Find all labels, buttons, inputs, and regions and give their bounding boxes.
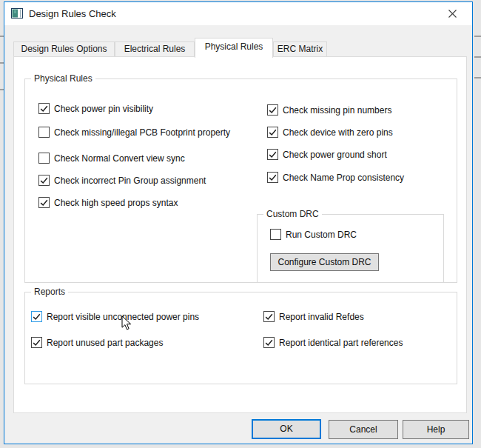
background-line [474,56,481,58]
checkbox-box [31,311,42,322]
checkbox-box [267,104,278,116]
help-button[interactable]: Help [403,420,469,439]
checkbox-box [38,175,50,186]
checkbox-run-custom-drc[interactable]: Run Custom DRC [270,229,357,241]
checkbox-box [38,127,50,138]
checkbox-check-normal-convert-view-sync[interactable]: Check Normal Convert view sync [38,153,185,164]
ok-button[interactable]: OK [252,419,321,439]
checkbox-label: Check missing pin numbers [283,104,391,116]
checkbox-report-unused-part-packages[interactable]: Report unused part packages [31,337,163,349]
checkbox-label: Run Custom DRC [286,229,357,241]
app-icon [11,8,23,19]
reports-group-label: Reports [31,287,68,298]
mouse-cursor [121,315,132,331]
checkbox-check-missing-illegal-pcb-footprint[interactable]: Check missing/illegal PCB Footprint prop… [38,127,230,138]
checkbox-report-identical-part-references[interactable]: Report identical part references [263,337,403,349]
checkbox-label: Report unused part packages [47,337,163,349]
cancel-button[interactable]: Cancel [329,420,398,439]
checkbox-box [38,197,50,208]
checkbox-box [267,149,278,160]
tab-erc-matrix[interactable]: ERC Matrix [273,41,327,57]
checkbox-label: Check Normal Convert view sync [54,153,185,164]
checkbox-label: Check device with zero pins [283,127,393,138]
background-line [474,36,481,37]
checkbox-box [267,127,278,138]
physical-rules-tab-page: Physical Rules Check power pin visibilit… [13,56,467,413]
titlebar: Design Rules Check [4,2,472,25]
checkbox-check-power-ground-short[interactable]: Check power ground short [267,149,387,161]
close-button[interactable] [440,2,465,25]
window-title: Design Rules Check [29,2,116,25]
checkbox-label: Check missing/illegal PCB Footprint prop… [54,127,230,138]
checkbox-label: Check incorrect Pin Group assignment [54,175,206,187]
checkbox-check-incorrect-pin-group-assignment[interactable]: Check incorrect Pin Group assignment [38,175,206,187]
checkbox-box [263,337,275,348]
custom-drc-group: Custom DRC [257,214,444,283]
configure-custom-drc-button[interactable]: Configure Custom DRC [270,253,379,271]
custom-drc-group-label: Custom DRC [263,209,322,220]
checkbox-box [263,311,275,322]
checkbox-box [31,337,42,348]
checkbox-label: Report invalid Refdes [279,311,364,323]
checkbox-label: Check high speed props syntax [54,197,178,209]
checkbox-box [38,103,50,114]
checkbox-report-invalid-refdes[interactable]: Report invalid Refdes [263,311,364,323]
tab-electrical-rules[interactable]: Electrical Rules [115,41,195,57]
checkbox-check-high-speed-props-syntax[interactable]: Check high speed props syntax [38,197,178,209]
checkbox-label: Report identical part references [279,337,403,349]
checkbox-report-visible-unconnected-power-pins[interactable]: Report visible unconnected power pins [31,311,199,323]
checkbox-label: Check power ground short [283,149,387,161]
checkbox-check-missing-pin-numbers[interactable]: Check missing pin numbers [267,104,391,116]
tab-design-rules-options[interactable]: Design Rules Options [13,41,115,57]
tab-physical-rules[interactable]: Physical Rules [195,38,273,58]
checkbox-check-name-prop-consistency[interactable]: Check Name Prop consistency [267,172,404,184]
checkbox-box [267,172,278,183]
screen: Design Rules Check Design Rules Options … [0,0,481,448]
physical-rules-group-label: Physical Rules [31,73,95,84]
background-line [474,77,481,78]
checkbox-check-device-with-zero-pins[interactable]: Check device with zero pins [267,127,393,138]
checkbox-box [38,153,50,164]
design-rules-check-dialog: Design Rules Check Design Rules Options … [4,1,473,444]
checkbox-label: Check Name Prop consistency [283,172,404,184]
checkbox-label: Check power pin visibility [54,103,153,115]
checkbox-check-power-pin-visibility[interactable]: Check power pin visibility [38,103,153,115]
close-icon [448,10,457,18]
checkbox-box [270,229,281,240]
